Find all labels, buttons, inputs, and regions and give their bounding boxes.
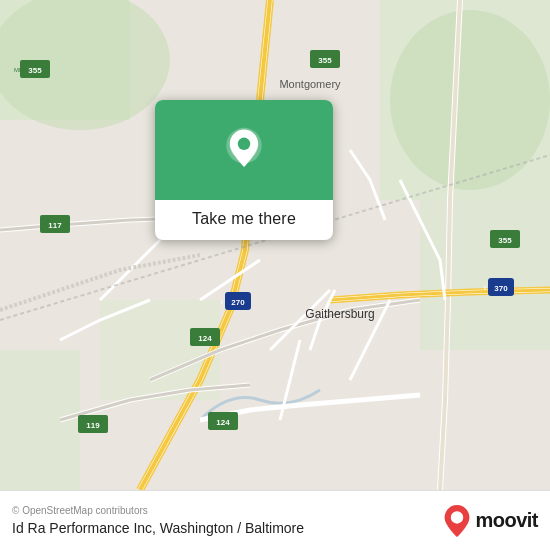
take-me-there-button[interactable]: Take me there	[192, 210, 296, 228]
svg-text:124: 124	[198, 334, 212, 343]
svg-text:117: 117	[48, 221, 62, 230]
location-popup: Take me there	[155, 100, 333, 240]
svg-text:370: 370	[494, 284, 508, 293]
svg-text:270: 270	[231, 298, 245, 307]
popup-header	[155, 100, 333, 200]
bottom-text-group: © OpenStreetMap contributors Id Ra Perfo…	[12, 505, 433, 536]
svg-point-36	[238, 138, 250, 150]
moovit-logo: moovit	[443, 505, 538, 537]
svg-text:355: 355	[498, 236, 512, 245]
svg-text:MD: MD	[14, 67, 24, 73]
moovit-label: moovit	[475, 509, 538, 532]
svg-text:119: 119	[86, 421, 100, 430]
svg-text:Montgomery: Montgomery	[279, 78, 341, 90]
bottom-bar: © OpenStreetMap contributors Id Ra Perfo…	[0, 490, 550, 550]
copyright-text: © OpenStreetMap contributors	[12, 505, 433, 516]
map-container: 270 I 270 I 355 MD 355 124 124 119 117 3…	[0, 0, 550, 490]
popup-body: Take me there	[155, 200, 333, 240]
svg-text:355: 355	[28, 66, 42, 75]
svg-point-37	[451, 511, 463, 523]
svg-rect-3	[420, 200, 550, 350]
location-pin-icon	[220, 126, 268, 174]
svg-text:124: 124	[216, 418, 230, 427]
moovit-pin-icon	[443, 505, 471, 537]
location-title: Id Ra Performance Inc, Washington / Balt…	[12, 520, 433, 536]
svg-rect-7	[100, 300, 220, 400]
map-svg: 270 I 270 I 355 MD 355 124 124 119 117 3…	[0, 0, 550, 490]
svg-text:Gaithersburg: Gaithersburg	[305, 307, 374, 321]
svg-text:355: 355	[318, 56, 332, 65]
